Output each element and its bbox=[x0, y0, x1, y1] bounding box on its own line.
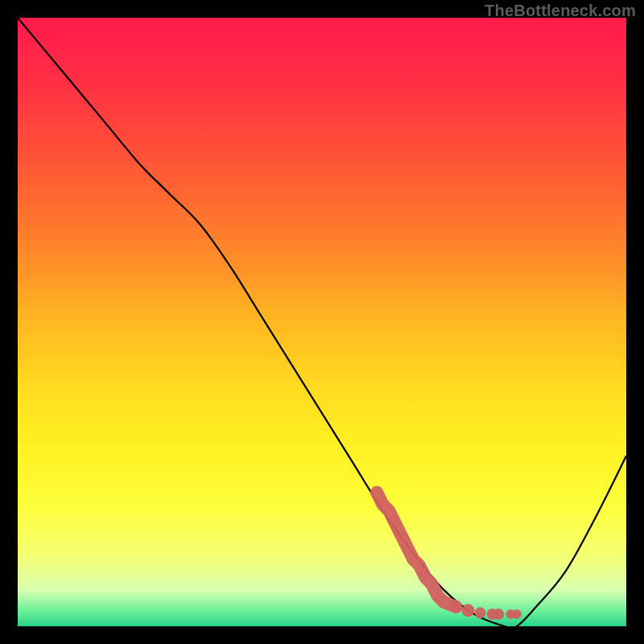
chart-lines bbox=[18, 18, 626, 626]
highlight-dot bbox=[475, 607, 486, 618]
curve-line bbox=[18, 18, 626, 626]
highlight-dot bbox=[493, 609, 504, 620]
highlight-dot bbox=[461, 604, 474, 617]
chart-container: TheBottleneck.com bbox=[0, 0, 644, 644]
highlight-dot bbox=[512, 609, 522, 619]
watermark-text: TheBottleneck.com bbox=[485, 2, 636, 20]
plot-area bbox=[18, 18, 626, 626]
highlight-dot bbox=[449, 601, 462, 613]
optimal-range-marker bbox=[377, 493, 522, 620]
